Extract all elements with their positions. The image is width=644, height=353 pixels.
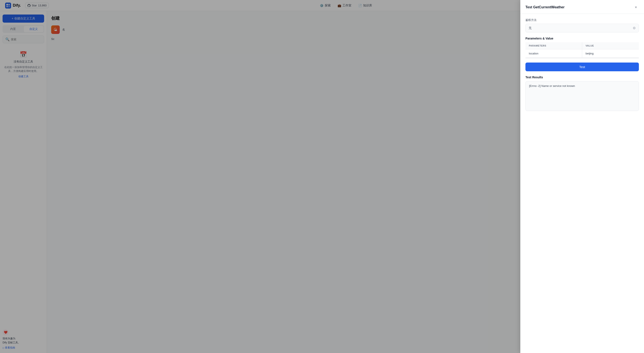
params-cell-value: beijing <box>582 49 639 58</box>
test-results-section: Test Results [Errno -2] Name or service … <box>526 76 639 111</box>
params-table-header: PARAMETERS VALUE <box>526 42 639 49</box>
params-cell-param: location <box>526 49 582 58</box>
parameters-section: Parameters & Value PARAMETERS VALUE loca… <box>526 37 639 58</box>
auth-value: 无 <box>529 26 532 30</box>
modal-close-button[interactable]: × <box>633 4 639 10</box>
results-box: [Errno -2] Name or service not known <box>526 81 639 111</box>
params-row: location beijing <box>526 49 639 58</box>
results-title: Test Results <box>526 76 639 79</box>
modal-header: Test GetCurrentWeather × <box>520 0 644 14</box>
modal-body: 鉴权方法 无 ⚙ Parameters & Value PARAMETERS V… <box>520 14 644 115</box>
params-title: Parameters & Value <box>526 37 639 40</box>
test-button[interactable]: Test <box>526 63 639 71</box>
auth-method-select[interactable]: 无 ⚙ <box>526 24 639 33</box>
auth-section: 鉴权方法 无 ⚙ <box>526 18 639 33</box>
params-col-header-parameters: PARAMETERS <box>526 42 582 49</box>
params-col-header-value: VALUE <box>582 42 639 49</box>
test-modal: Test GetCurrentWeather × 鉴权方法 无 ⚙ Parame… <box>520 0 644 353</box>
auth-section-label: 鉴权方法 <box>526 18 639 22</box>
parameters-table <box>526 58 639 58</box>
modal-overlay[interactable]: Test GetCurrentWeather × 鉴权方法 无 ⚙ Parame… <box>0 0 644 353</box>
results-text: [Errno -2] Name or service not known <box>529 84 575 88</box>
modal-title: Test GetCurrentWeather <box>526 5 564 9</box>
close-icon: × <box>635 5 637 10</box>
gear-icon: ⚙ <box>633 26 636 30</box>
